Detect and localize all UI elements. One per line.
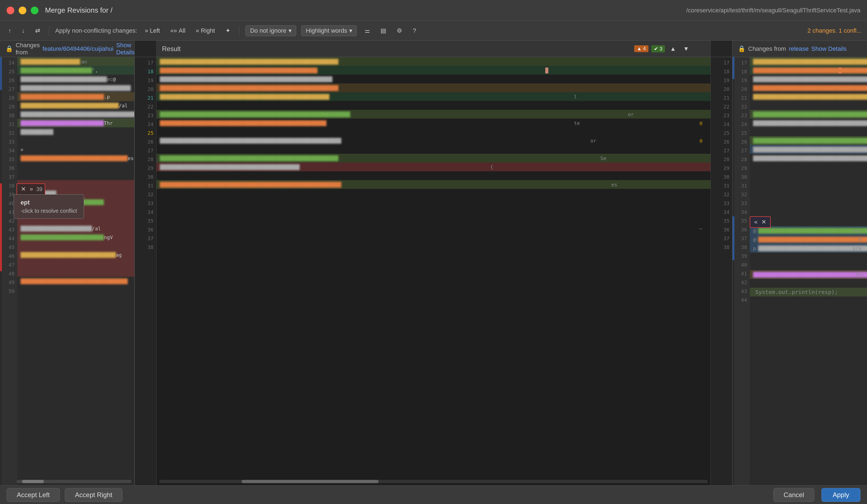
result-scroll-thumb[interactable] — [242, 480, 379, 483]
code-line: ███████████ — [17, 127, 134, 136]
reject-left-button[interactable]: ✕ — [19, 185, 28, 193]
right-show-details[interactable]: Show Details — [811, 45, 846, 52]
conflict-action-right-box: « ✕ — [750, 216, 771, 228]
right-line-num: 17 — [735, 58, 750, 67]
result-line — [157, 145, 710, 154]
gutter-line-r: 28 — [711, 155, 732, 164]
gutter-line-r: 19 — [711, 76, 732, 85]
gutter-line: 34 — [135, 207, 156, 216]
navigate-up-button[interactable]: ↑ — [6, 25, 14, 36]
code-line: ████████████████████████████████████ — [17, 277, 134, 286]
code-line: █████████████████████████████████/al — [17, 101, 134, 110]
accept-left-action-button[interactable]: » — [28, 185, 35, 193]
result-line: ████████████████████████████████████████… — [157, 66, 710, 75]
gutter-line-r: 26 — [711, 137, 732, 146]
columns-button[interactable]: ▤ — [378, 25, 389, 36]
result-line — [157, 233, 710, 242]
code-line: ████████████████████████ /al — [17, 224, 134, 233]
code-line: ████████████████████████████████ag — [17, 250, 134, 259]
left-scrollbar[interactable] — [17, 480, 131, 483]
right-code-line: (re ████████████████████████████████████… — [750, 154, 867, 162]
close-button[interactable] — [7, 7, 14, 14]
conflict-tooltip: ept -click to resolve conflict — [14, 194, 84, 219]
right-code-line: ████████████████████████████████████████… — [750, 270, 867, 279]
conflict-line-number: 39 — [36, 186, 42, 192]
apply-left-button[interactable]: » Left — [142, 25, 162, 36]
highlight-dropdown[interactable]: Highlight words ▾ — [301, 25, 357, 36]
left-show-details[interactable]: Show Details — [116, 42, 135, 56]
right-code-line: ████████████████████████████████████████… — [750, 119, 867, 127]
left-code-content: ████████████████████an █████████████████… — [17, 57, 134, 485]
diff-settings-button[interactable]: ⚌ — [362, 25, 373, 36]
gutter-line-r: 33 — [711, 199, 732, 207]
nav-up-result-button[interactable]: ▲ — [668, 44, 678, 54]
reject-right-button[interactable]: ✕ — [760, 218, 768, 226]
right-line-num: 26 — [735, 137, 750, 146]
right-change-bar — [732, 57, 735, 79]
result-line: ████████████████████████████████████████… — [157, 92, 710, 101]
right-branch-name[interactable]: release — [789, 45, 809, 52]
gear-button[interactable]: ⚙ — [394, 25, 405, 36]
line-num: 34 — [2, 146, 17, 155]
left-line-numbers: 24 25 26 27 28 29 30 31 32 33 34 35 36 3… — [2, 57, 17, 485]
gutter-line: 25 — [135, 128, 156, 137]
right-code-line: @███████████████████████████████████████… — [750, 235, 867, 244]
result-line: ████████████████████████████████████████… — [157, 180, 710, 189]
gutter-line: 31 — [135, 181, 156, 190]
apply-button[interactable]: Apply — [822, 488, 860, 502]
merge-icon-button[interactable]: ⇄ — [32, 25, 43, 36]
right-code-line — [750, 101, 867, 110]
accept-left-button[interactable]: Accept Left — [7, 488, 60, 502]
accept-right-action-button[interactable]: « — [752, 218, 759, 226]
result-line — [157, 250, 710, 259]
code-line: █████████████████████████████████████ — [17, 84, 134, 92]
left-scroll-thumb[interactable] — [22, 480, 44, 483]
help-button[interactable]: ? — [410, 25, 419, 36]
gutter-line-r: 20 — [711, 85, 732, 93]
left-header: 🔒 Changes from feature/60494406/cuijiahu… — [0, 41, 135, 57]
accept-right-button[interactable]: Accept Right — [65, 488, 122, 502]
line-num: 37 — [2, 172, 17, 181]
right-line-num: 25 — [735, 128, 750, 137]
right-line-num: 40 — [735, 260, 750, 269]
right-code-line — [750, 261, 867, 270]
result-line — [157, 127, 710, 136]
chevron-down-icon: ▾ — [289, 27, 291, 34]
magic-wand-button[interactable]: ✦ — [223, 25, 233, 36]
apply-all-button[interactable]: «» All — [168, 25, 188, 36]
right-code-line — [750, 162, 867, 171]
left-line-gutter-header — [135, 41, 157, 57]
tooltip-title: ept — [21, 199, 77, 206]
conflict-action-left-box: ✕ » 39 — [17, 183, 45, 195]
line-num: 47 — [2, 260, 17, 269]
right-line-num: 32 — [735, 190, 750, 199]
result-line — [157, 259, 710, 268]
right-line-numbers: 17 18 19 20 21 22 23 24 25 26 27 28 29 3… — [735, 57, 750, 485]
gutter-line-r: 34 — [711, 207, 732, 216]
line-num: 26 — [2, 76, 17, 85]
right-code-content: ████████████████████████████████████████… — [750, 57, 867, 485]
left-branch-name[interactable]: feature/60494406/cuijiahui — [43, 45, 114, 52]
right-line-num: 33 — [735, 199, 750, 207]
double-arrow-all-icon: «» — [170, 27, 177, 34]
minimize-button[interactable] — [19, 7, 26, 14]
line-num: 33 — [2, 137, 17, 146]
gutter-line: 30 — [135, 172, 156, 181]
line-num: 46 — [2, 251, 17, 260]
apply-right-button[interactable]: « Right — [193, 25, 218, 36]
ignore-dropdown[interactable]: Do not ignore ▾ — [245, 25, 296, 36]
result-line — [157, 171, 710, 180]
right-changes-label: Changes from — [748, 45, 786, 52]
line-num: 49 — [2, 278, 17, 287]
gutter-line-r: 24 — [711, 120, 732, 128]
cancel-button[interactable]: Cancel — [773, 488, 814, 502]
right-line-num: 38 — [735, 243, 750, 251]
maximize-button[interactable] — [31, 7, 39, 14]
nav-down-result-button[interactable]: ▼ — [681, 44, 691, 54]
right-code-line: ████████████████████████████████████████… — [750, 136, 867, 145]
navigate-down-button[interactable]: ↓ — [19, 25, 28, 36]
line-num: 24 — [2, 58, 17, 67]
gutter-line-r: 25 — [711, 128, 732, 137]
gutter-line: 26 — [135, 137, 156, 146]
result-scrollbar[interactable] — [159, 480, 708, 483]
